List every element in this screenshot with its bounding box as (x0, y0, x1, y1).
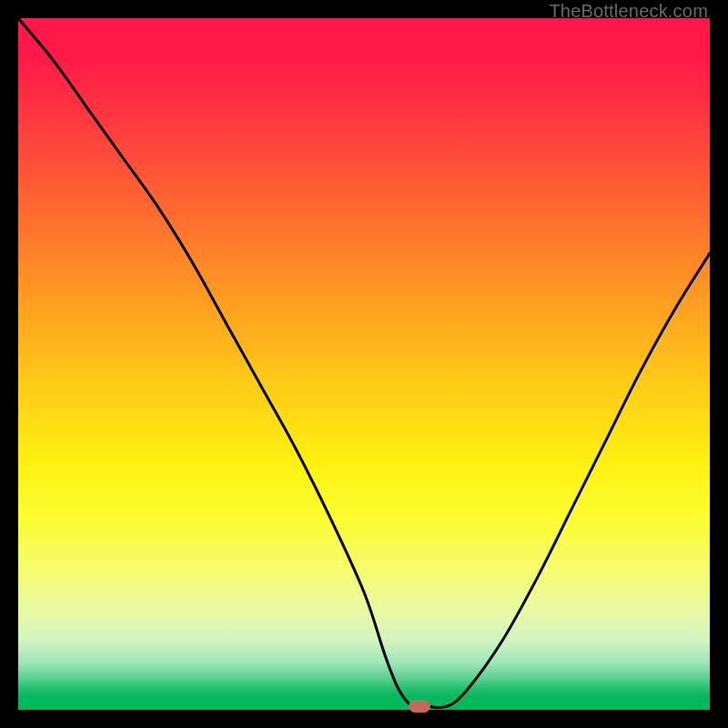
bottleneck-curve (18, 18, 710, 710)
optimal-marker (409, 700, 430, 713)
chart-frame: TheBottleneck.com (0, 0, 728, 728)
plot-area (18, 18, 710, 710)
watermark-text: TheBottleneck.com (549, 1, 708, 22)
curve-path (18, 18, 710, 708)
